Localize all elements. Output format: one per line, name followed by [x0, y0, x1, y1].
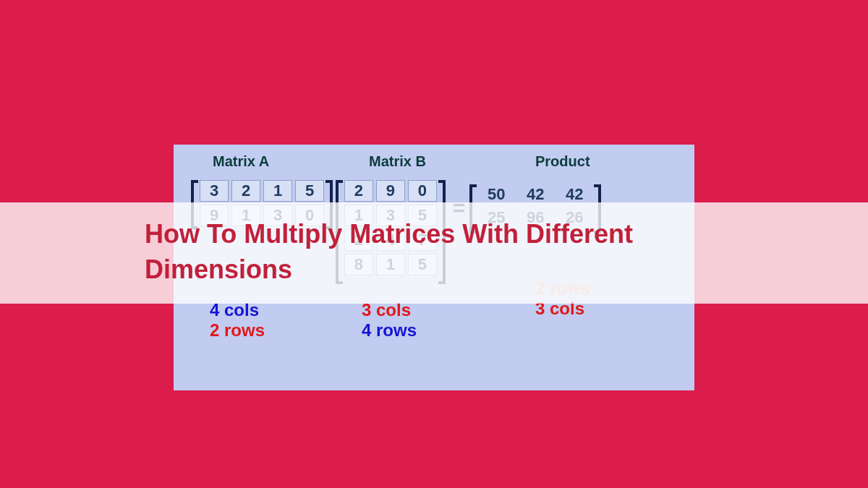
matrix-a-cell: 5 — [295, 180, 324, 202]
dims-b-rows: 4 rows — [362, 320, 514, 341]
dims-matrix-b: 3 cols 4 rows — [347, 300, 514, 341]
matrix-b-cell: 0 — [408, 180, 437, 202]
product-cell: 42 — [556, 184, 592, 205]
header-matrix-a: Matrix A — [188, 153, 347, 170]
matrix-b-cell: 2 — [344, 180, 373, 202]
header-matrix-b: Matrix B — [347, 153, 514, 170]
dimensions-row: 4 cols 2 rows 3 cols 4 rows 2 rows 3 col… — [188, 300, 680, 341]
header-product: Product — [514, 153, 680, 170]
dims-matrix-a: 4 cols 2 rows — [188, 300, 347, 341]
matrix-a-cell: 1 — [263, 180, 292, 202]
matrix-b-cell: 9 — [376, 180, 405, 202]
dims-a-rows: 2 rows — [210, 320, 347, 341]
matrix-a-cell: 2 — [231, 180, 260, 202]
page-title: How To Multiply Matrices With Different … — [145, 217, 738, 287]
matrix-a-cell: 3 — [200, 180, 229, 202]
matrix-headers: Matrix A Matrix B Product — [188, 153, 680, 170]
product-cell: 42 — [517, 184, 553, 205]
product-cell: 50 — [478, 184, 514, 205]
